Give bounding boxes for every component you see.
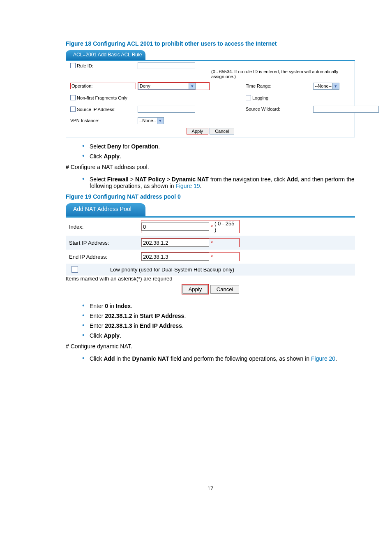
low-priority-label: Low priority (used for Dual-System Hot B… [85,266,352,273]
list-item: Click Add in the Dynamic NAT field and p… [82,355,355,362]
figure-18-title: Figure 18 Configuring ACL 2001 to prohib… [66,40,355,47]
logging-label: Logging [246,95,311,100]
chevron-down-icon: ▾ [332,83,339,89]
rule-id-input[interactable] [138,62,195,69]
list-item: Enter 202.38.1.2 in Start IP Address. [82,313,355,319]
list-item: Enter 0 in Index. [82,303,355,309]
source-wildcard-label: Source Wildcard: [246,107,311,111]
source-wildcard-input[interactable] [313,106,379,113]
apply-button[interactable]: Apply [182,285,208,294]
instruction-list-2: Select Firewall > NAT Policy > Dynamic N… [66,176,355,189]
list-item: Select Deny for Operation. [82,143,355,150]
vpn-instance-label: VPN Instance: [70,118,136,123]
instruction-list-3: Enter 0 in Index. Enter 202.38.1.2 in St… [66,303,355,339]
list-item: Click Apply. [82,332,355,339]
source-ip-input[interactable] [138,106,195,113]
required-footnote: Items marked with an asterisk(*) are req… [66,276,355,282]
figure-19-title: Figure 19 Configuring NAT address pool 0 [66,193,355,200]
nat-tab-header: Add NAT Address Pool [66,203,145,216]
list-item: Enter 202.38.1.3 in End IP Address. [82,322,355,329]
list-item: Click Apply. [82,153,355,160]
instruction-list-1: Select Deny for Operation. Click Apply. [66,143,355,160]
acl-tab-header: ACL=2001 Add Basic ACL Rule [66,50,145,60]
rule-id-checkbox[interactable] [70,63,76,68]
logging-checkbox[interactable] [246,95,251,100]
start-ip-input[interactable] [141,239,209,247]
time-range-select[interactable]: --None-- ▾ [313,83,339,90]
end-ip-label: End IP Address: [69,254,141,260]
figure-19-panel: Add NAT Address Pool Index: * ( 0 - 255 … [66,203,355,297]
start-ip-label: Start IP Address: [69,240,141,246]
non-first-fragments-label: Non-first Fragments Only [70,95,136,100]
index-input[interactable] [141,222,209,231]
source-ip-label: Source IP Address: [70,107,136,112]
rule-id-hint: (0 - 65534. If no rule ID is entered, th… [211,69,350,79]
chevron-down-icon: ▾ [189,83,195,89]
cancel-button[interactable]: Cancel [210,128,234,134]
index-label: Index: [69,224,141,230]
step-heading: # Configure dynamic NAT. [66,343,355,350]
non-first-fragments-checkbox[interactable] [70,95,76,100]
step-heading: # Configure a NAT address pool. [66,164,355,170]
vpn-instance-select[interactable]: --None-- ▾ [138,117,164,124]
time-range-label: Time Range: [246,83,311,88]
apply-button[interactable]: Apply [187,128,209,134]
source-ip-checkbox[interactable] [70,107,76,112]
rule-id-label: Rule ID: [70,63,136,68]
operation-select[interactable]: Deny ▾ [138,83,196,90]
chevron-down-icon: ▾ [157,118,164,124]
list-item: Select Firewall > NAT Policy > Dynamic N… [82,176,355,189]
page-number: 17 [66,485,355,491]
cancel-button[interactable]: Cancel [210,285,239,294]
end-ip-input[interactable] [141,253,209,261]
figure-18-panel: ACL=2001 Add Basic ACL Rule Rule ID: (0 … [66,50,355,137]
operation-label: Operation: [70,83,136,89]
low-priority-checkbox[interactable] [71,266,78,273]
instruction-list-4: Click Add in the Dynamic NAT field and p… [66,355,355,362]
